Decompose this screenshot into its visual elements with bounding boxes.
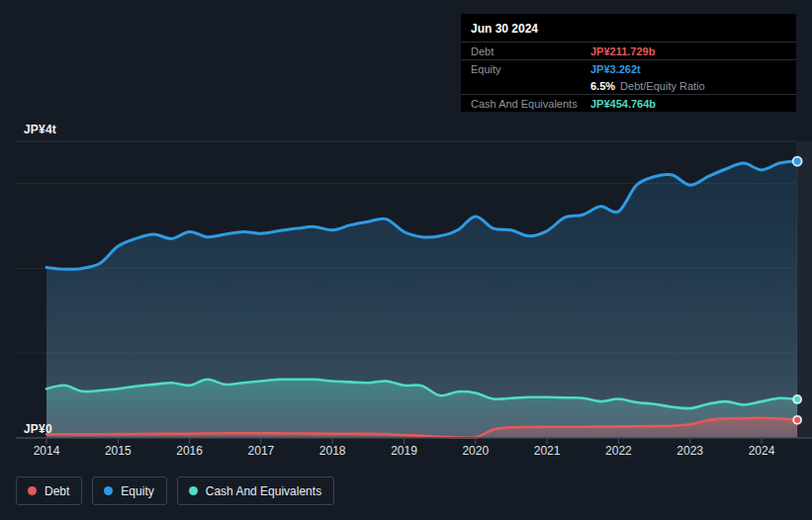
hover-highlight-band [796,141,812,438]
tooltip-equity-value: JP¥3.262t [590,63,641,75]
legend-item-equity[interactable]: Equity [92,477,166,505]
tooltip-row-cash: Cash And Equivalents JP¥454.764b [461,95,796,112]
legend-equity-label: Equity [121,484,153,498]
tooltip-row-equity: Equity JP¥3.262t [461,60,796,77]
x-tick-label-2017: 2017 [248,444,275,458]
x-tick-label-2023: 2023 [677,444,703,458]
tooltip-debt-label: Debt [471,45,590,57]
tooltip-cash-value: JP¥454.764b [590,98,656,110]
chart-tooltip: Jun 30 2024 Debt JP¥211.729b Equity JP¥3… [461,14,796,112]
tooltip-debt-value: JP¥211.729b [590,45,655,57]
legend-cash-label: Cash And Equivalents [206,484,321,498]
debt-equity-ratio-label: Debt/Equity Ratio [620,80,705,92]
tooltip-equity-label: Equity [471,63,590,75]
legend-item-debt[interactable]: Debt [16,477,82,505]
x-tick-label-2019: 2019 [391,444,417,458]
x-tick-label-2014: 2014 [34,444,60,458]
equity-series-dot-icon [104,486,113,495]
x-tick-label-2016: 2016 [176,444,203,458]
chart-legend: Debt Equity Cash And Equivalents [16,477,334,505]
legend-item-cash[interactable]: Cash And Equivalents [177,477,334,505]
x-tick-label-2020: 2020 [462,444,489,458]
debt-end-marker [793,416,801,424]
x-tick-label-2024: 2024 [749,444,775,458]
tooltip-row-debt: Debt JP¥211.729b [461,43,796,59]
equity-end-marker [793,157,802,166]
y-axis-zero-label: JP¥0 [24,422,52,436]
cash-and-equivalents-end-marker [793,395,801,403]
x-tick-label-2018: 2018 [319,444,346,458]
debt-series-dot-icon [28,486,37,495]
legend-debt-label: Debt [45,484,69,498]
x-tick-label-2021: 2021 [534,444,561,458]
tooltip-cash-label: Cash And Equivalents [471,98,590,110]
tooltip-row-ratio: 6.5%Debt/Equity Ratio [461,77,796,94]
debt-equity-history-chart: 2014201520162017201820192020202120222023… [0,0,812,520]
cash-series-dot-icon [189,486,198,495]
x-tick-label-2015: 2015 [105,444,132,458]
x-tick-label-2022: 2022 [605,444,632,458]
debt-equity-ratio-value: 6.5% [590,80,615,92]
tooltip-date: Jun 30 2024 [461,14,796,42]
y-axis-max-label: JP¥4t [24,123,56,136]
